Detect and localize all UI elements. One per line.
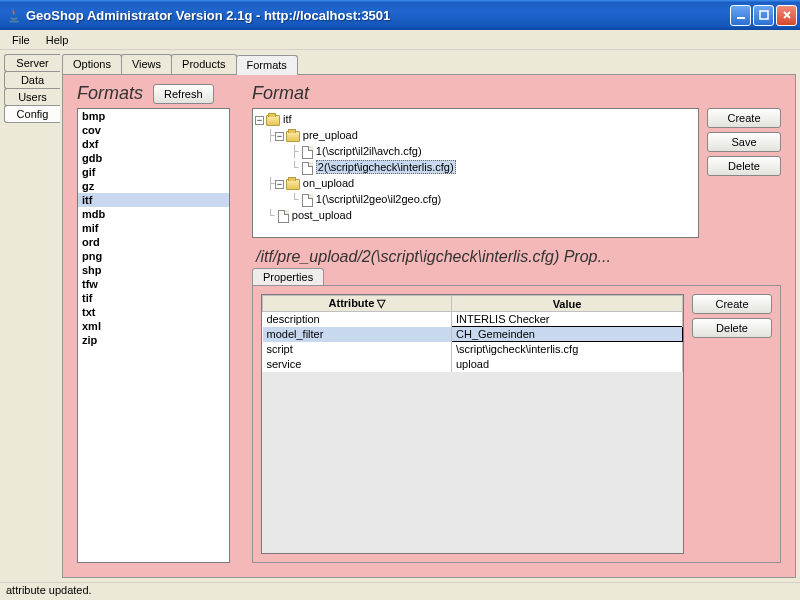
- format-title: Format: [252, 83, 309, 104]
- refresh-button[interactable]: Refresh: [153, 84, 214, 104]
- tab-formats[interactable]: Formats: [236, 55, 298, 75]
- java-icon: [6, 7, 22, 23]
- close-button[interactable]: [776, 5, 797, 26]
- formats-title: Formats: [77, 83, 143, 104]
- format-item-tfw[interactable]: tfw: [78, 277, 229, 291]
- col-attribute[interactable]: Attribute: [329, 297, 375, 309]
- format-item-itf[interactable]: itf: [78, 193, 229, 207]
- expander-icon[interactable]: −: [275, 180, 284, 189]
- file-icon: [302, 146, 313, 159]
- file-icon: [302, 194, 313, 207]
- file-icon: [278, 210, 289, 223]
- prop-attr[interactable]: description: [263, 312, 452, 327]
- format-item-mdb[interactable]: mdb: [78, 207, 229, 221]
- properties-table[interactable]: Attribute ▽ Value descriptionINTERLIS Ch…: [261, 294, 684, 554]
- tree-root[interactable]: itf: [283, 113, 292, 125]
- prop-attr[interactable]: script: [263, 342, 452, 357]
- menubar: File Help: [0, 30, 800, 50]
- formats-panel: Formats Refresh bmpcovdxfgdbgifgzitfmdbm…: [71, 83, 236, 569]
- tree-pre-upload[interactable]: pre_upload: [303, 129, 358, 141]
- maximize-button[interactable]: [753, 5, 774, 26]
- format-item-gdb[interactable]: gdb: [78, 151, 229, 165]
- col-value[interactable]: Value: [452, 296, 683, 312]
- tree-save-button[interactable]: Save: [707, 132, 781, 152]
- format-item-gif[interactable]: gif: [78, 165, 229, 179]
- expander-icon[interactable]: −: [255, 116, 264, 125]
- prop-val[interactable]: CH_Gemeinden: [452, 327, 683, 342]
- table-row[interactable]: model_filterCH_Gemeinden: [263, 327, 683, 342]
- table-row[interactable]: script\script\igcheck\interlis.cfg: [263, 342, 683, 357]
- folder-open-icon: [286, 179, 300, 190]
- svg-rect-1: [737, 17, 745, 19]
- prop-val[interactable]: \script\igcheck\interlis.cfg: [452, 342, 683, 357]
- props-delete-button[interactable]: Delete: [692, 318, 772, 338]
- tree-on-upload[interactable]: on_upload: [303, 177, 354, 189]
- folder-open-icon: [266, 115, 280, 126]
- table-row[interactable]: serviceupload: [263, 357, 683, 372]
- window-title: GeoShop Administrator Version 2.1g - htt…: [26, 8, 730, 23]
- minimize-button[interactable]: [730, 5, 751, 26]
- format-item-mif[interactable]: mif: [78, 221, 229, 235]
- prop-val[interactable]: upload: [452, 357, 683, 372]
- left-tab-users[interactable]: Users: [4, 88, 60, 106]
- status-text: attribute updated.: [6, 584, 92, 596]
- menu-help[interactable]: Help: [38, 32, 77, 48]
- file-icon: [302, 162, 313, 175]
- format-item-tif[interactable]: tif: [78, 291, 229, 305]
- props-create-button[interactable]: Create: [692, 294, 772, 314]
- left-tab-server[interactable]: Server: [4, 54, 60, 72]
- tree-post-upload[interactable]: post_upload: [292, 209, 352, 221]
- svg-point-0: [9, 21, 19, 23]
- tree-pre2[interactable]: 2(\script\igcheck\interlis.cfg): [316, 160, 456, 174]
- tree-on1[interactable]: 1(\script\il2geo\il2geo.cfg): [316, 193, 441, 205]
- format-panel: Format −itf ├−pre_upload ├ 1(\script\il2…: [246, 83, 787, 569]
- menu-file[interactable]: File: [4, 32, 38, 48]
- tree-create-button[interactable]: Create: [707, 108, 781, 128]
- format-item-gz[interactable]: gz: [78, 179, 229, 193]
- formats-list[interactable]: bmpcovdxfgdbgifgzitfmdbmifordpngshptfwti…: [77, 108, 230, 563]
- left-tab-config[interactable]: Config: [4, 105, 60, 123]
- properties-title: /itf/pre_upload/2(\script\igcheck\interl…: [246, 242, 787, 268]
- format-item-shp[interactable]: shp: [78, 263, 229, 277]
- tab-products[interactable]: Products: [171, 54, 236, 74]
- format-item-dxf[interactable]: dxf: [78, 137, 229, 151]
- titlebar: GeoShop Administrator Version 2.1g - htt…: [0, 0, 800, 30]
- prop-attr[interactable]: model_filter: [263, 327, 452, 342]
- format-item-bmp[interactable]: bmp: [78, 109, 229, 123]
- table-row[interactable]: descriptionINTERLIS Checker: [263, 312, 683, 327]
- tab-options[interactable]: Options: [62, 54, 122, 74]
- format-item-png[interactable]: png: [78, 249, 229, 263]
- folder-open-icon: [286, 131, 300, 142]
- format-item-txt[interactable]: txt: [78, 305, 229, 319]
- tree-delete-button[interactable]: Delete: [707, 156, 781, 176]
- svg-rect-2: [760, 11, 768, 19]
- format-item-ord[interactable]: ord: [78, 235, 229, 249]
- tree-pre1[interactable]: 1(\script\il2il\avch.cfg): [316, 145, 422, 157]
- left-tab-strip: Server Data Users Config: [2, 52, 62, 580]
- left-tab-data[interactable]: Data: [4, 71, 60, 89]
- format-item-zip[interactable]: zip: [78, 333, 229, 347]
- expander-icon[interactable]: −: [275, 132, 284, 141]
- format-tree[interactable]: −itf ├−pre_upload ├ 1(\script\il2il\avch…: [252, 108, 699, 238]
- prop-val[interactable]: INTERLIS Checker: [452, 312, 683, 327]
- format-item-cov[interactable]: cov: [78, 123, 229, 137]
- format-item-xml[interactable]: xml: [78, 319, 229, 333]
- properties-tab[interactable]: Properties: [252, 268, 324, 285]
- status-bar: attribute updated.: [0, 582, 800, 600]
- main-tab-strip: Options Views Products Formats: [62, 54, 796, 74]
- prop-attr[interactable]: service: [263, 357, 452, 372]
- tab-views[interactable]: Views: [121, 54, 172, 74]
- sort-desc-icon: ▽: [377, 297, 385, 309]
